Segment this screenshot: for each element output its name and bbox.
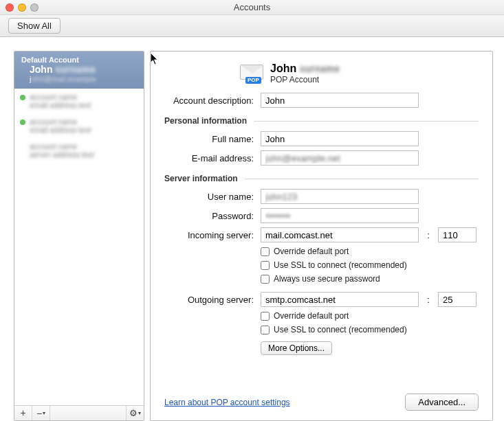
account-item-name: account name (30, 93, 91, 101)
add-account-button[interactable]: + (14, 406, 32, 420)
window-title: Accounts (0, 2, 504, 12)
port-separator: : (426, 295, 431, 305)
account-item-detail: email address text (30, 126, 91, 134)
incoming-ssl-label: Use SSL to connect (recommended) (274, 260, 407, 270)
pop-badge: POP (245, 77, 261, 84)
show-all-button[interactable]: Show All (8, 18, 61, 34)
outgoing-port-input[interactable] (438, 292, 476, 307)
remove-account-button[interactable]: −▾ (32, 406, 50, 420)
account-header: POP John surname POP Account (240, 62, 479, 84)
sidebar-footer: + −▾ ⚙▾ (14, 405, 144, 420)
account-item-name: account name (30, 142, 94, 150)
gear-icon: ⚙ (129, 407, 138, 420)
fullname-input[interactable] (261, 131, 419, 146)
account-item[interactable]: account name email address text (14, 89, 144, 113)
titlebar: Accounts (0, 0, 504, 15)
account-item[interactable]: account name email address text (14, 113, 144, 138)
outgoing-server-input[interactable] (261, 292, 419, 307)
account-kind: POP Account (270, 75, 340, 84)
outgoing-label: Outgoing server: (164, 295, 254, 305)
incoming-label: Incoming server: (164, 230, 254, 240)
account-detail-panel: POP John surname POP Account Account des… (150, 51, 493, 421)
account-list: Default Account John surname john@mail.e… (14, 52, 144, 405)
description-input[interactable] (261, 93, 419, 108)
divider (245, 179, 479, 179)
sidebar-settings-button[interactable]: ⚙▾ (126, 406, 144, 420)
account-item[interactable]: account name server address text (14, 138, 144, 163)
default-account-label: Default Account (21, 56, 138, 64)
account-display-name: John (270, 62, 296, 74)
incoming-override-port-label: Override default port (274, 247, 349, 256)
secure-password-label: Always use secure password (274, 274, 380, 284)
account-item-selected[interactable]: Default Account John surname john@mail.e… (14, 52, 144, 89)
fullname-label: Full name: (164, 134, 254, 144)
mail-icon: POP (240, 65, 263, 82)
status-dot-icon (20, 120, 25, 125)
port-separator: : (426, 230, 431, 240)
toolbar: Show All (0, 15, 504, 37)
learn-pop-link[interactable]: Learn about POP account settings (164, 398, 290, 407)
advanced-button[interactable]: Advanced... (405, 394, 479, 411)
description-label: Account description: (164, 95, 254, 106)
outgoing-ssl-label: Use SSL to connect (recommended) (274, 325, 407, 334)
status-dot-icon (20, 95, 25, 100)
divider (254, 121, 479, 122)
account-name: John (30, 64, 52, 75)
outgoing-override-port-checkbox[interactable] (261, 312, 270, 321)
account-item-detail: server address text (30, 150, 94, 159)
password-label: Password: (164, 211, 254, 221)
username-input[interactable] (261, 189, 419, 204)
more-options-button[interactable]: More Options... (261, 341, 332, 355)
status-dot-icon (20, 144, 25, 150)
password-input[interactable] (261, 208, 419, 223)
server-info-heading: Server information (164, 174, 238, 183)
username-label: User name: (164, 192, 254, 202)
account-item-name: account name (30, 117, 91, 126)
personal-info-heading: Personal information (164, 116, 247, 126)
email-label: E-mail address: (164, 153, 254, 163)
incoming-ssl-checkbox[interactable] (261, 261, 270, 270)
incoming-override-port-checkbox[interactable] (261, 247, 270, 256)
secure-password-checkbox[interactable] (261, 275, 270, 284)
outgoing-override-port-label: Override default port (274, 311, 349, 321)
account-item-detail: email address text (30, 101, 91, 109)
incoming-port-input[interactable] (438, 227, 476, 242)
outgoing-ssl-checkbox[interactable] (261, 326, 270, 334)
incoming-server-input[interactable] (261, 227, 419, 242)
accounts-sidebar: Default Account John surname john@mail.e… (14, 51, 144, 421)
email-input[interactable] (261, 150, 419, 166)
